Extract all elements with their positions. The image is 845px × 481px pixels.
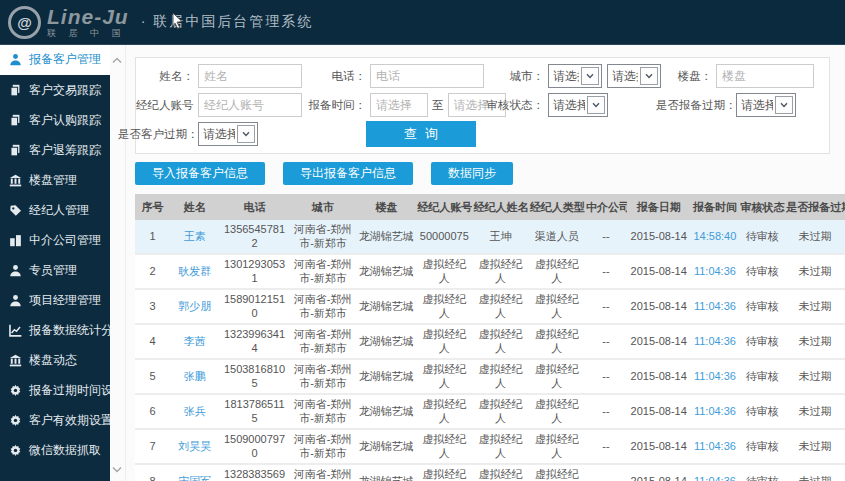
table-cell: 2015-08-14 <box>627 254 690 289</box>
phone-input[interactable] <box>370 64 484 88</box>
sidebar-item-6[interactable]: 经纪人管理 <box>0 195 110 225</box>
column-header: 是否报备过期 <box>785 194 845 220</box>
report-time-cell: 11:04:36 <box>690 324 739 359</box>
pages-icon <box>9 144 22 157</box>
table-row: 7刘昊昊15090007970河南省-郑州市-新郑市龙湖锦艺城虚拟经纪人虚拟经纪… <box>135 429 845 464</box>
table-cell: 龙湖锦艺城 <box>356 254 416 289</box>
column-header: 序号 <box>135 194 170 220</box>
column-header: 经纪人账号 <box>416 194 472 220</box>
table-row: 4李茜13239963414河南省-郑州市-新郑市龙湖锦艺城虚拟经纪人虚拟经纪人… <box>135 324 845 359</box>
building-input[interactable] <box>716 64 814 88</box>
table-cell: 未过期 <box>785 324 845 359</box>
customer-name-link[interactable]: 刘昊昊 <box>170 429 219 464</box>
sidebar-item-10[interactable]: 报备数据统计分析 <box>0 315 110 345</box>
table-row: 1王素13565457812河南省-郑州市-新郑市龙湖锦艺城50000075王坤… <box>135 220 845 254</box>
report-time-label: 报备时间： <box>302 98 370 113</box>
sidebar-item-4[interactable]: 客户退筹跟踪 <box>0 135 110 165</box>
customer-name-link[interactable]: 李茜 <box>170 324 219 359</box>
table-cell: 虚拟经纪人 <box>529 429 585 464</box>
table-cell: 龙湖锦艺城 <box>356 220 416 254</box>
sidebar-item-label: 客户认购跟踪 <box>29 112 101 129</box>
table-cell: 2015-08-14 <box>627 220 690 254</box>
table-cell: 15038168105 <box>219 359 289 394</box>
table-cell: 2015-08-14 <box>627 394 690 429</box>
table-row: 5张鹏15038168105河南省-郑州市-新郑市龙湖锦艺城虚拟经纪人虚拟经纪人… <box>135 359 845 394</box>
table-cell: 虚拟经纪人 <box>529 359 585 394</box>
sidebar-item-14[interactable]: 微信数据抓取 <box>0 435 110 465</box>
table-cell: 8 <box>135 464 170 481</box>
person-icon <box>9 53 22 66</box>
customer-name-link[interactable]: 耿发群 <box>170 254 219 289</box>
at-logo-icon: @ <box>8 6 41 39</box>
column-header: 中介公司 <box>585 194 627 220</box>
sidebar-item-7[interactable]: 中介公司管理 <box>0 225 110 255</box>
column-header: 城市 <box>290 194 357 220</box>
table-cell: 1 <box>135 220 170 254</box>
report-time-from-input[interactable] <box>370 93 428 117</box>
chevron-down-icon[interactable] <box>112 459 122 477</box>
sidebar-item-13[interactable]: 客户有效期设置 <box>0 405 110 435</box>
table-cell: 2015-08-14 <box>627 429 690 464</box>
sidebar-item-12[interactable]: 报备过期时间设置 <box>0 375 110 405</box>
column-header: 审核状态 <box>740 194 786 220</box>
table-cell: -- <box>585 254 627 289</box>
customer-name-link[interactable]: 张兵 <box>170 394 219 429</box>
table-cell: 虚拟经纪人 <box>416 359 472 394</box>
export-report-customers-button[interactable]: 导出报备客户信息 <box>283 162 413 185</box>
customer-name-link[interactable]: 郭少朋 <box>170 289 219 324</box>
table-cell: 15090007970 <box>219 429 289 464</box>
sidebar-item-5[interactable]: 楼盘管理 <box>0 165 110 195</box>
table-cell: 河南省-郑州市-新郑市 <box>290 254 357 289</box>
brand-name: Line-Ju <box>47 6 129 27</box>
table-body: 1王素13565457812河南省-郑州市-新郑市龙湖锦艺城50000075王坤… <box>135 220 845 481</box>
table-cell: 河南省-郑州市-新郑市 <box>290 324 357 359</box>
sidebar-item-3[interactable]: 客户认购跟踪 <box>0 105 110 135</box>
column-header: 经纪人类型 <box>529 194 585 220</box>
table-cell: 待审核 <box>740 220 786 254</box>
customer-name-link[interactable]: 张鹏 <box>170 359 219 394</box>
table-row: 3郭少朋15890121510河南省-郑州市-新郑市龙湖锦艺城虚拟经纪人虚拟经纪… <box>135 289 845 324</box>
person-icon <box>9 294 22 307</box>
city-province-select[interactable]: 请选择 <box>548 64 602 88</box>
table-cell: 2015-08-14 <box>627 464 690 481</box>
chevron-up-icon[interactable] <box>112 50 122 68</box>
customer-name-link[interactable]: 宋国军 <box>170 464 219 481</box>
column-header: 电话 <box>219 194 289 220</box>
sidebar-item-1[interactable]: 报备客户管理 <box>0 44 110 75</box>
table-cell: 虚拟经纪人 <box>472 394 528 429</box>
table-cell: 2015-08-14 <box>627 289 690 324</box>
sidebar-item-11[interactable]: 楼盘动态 <box>0 345 110 375</box>
table-cell: 待审核 <box>740 429 786 464</box>
to-label: 至 <box>432 98 444 113</box>
audit-status-label: 审核状态： <box>484 98 548 113</box>
city-city-select[interactable]: 请选择 <box>607 64 661 88</box>
audit-status-select[interactable]: 请选择 <box>548 93 608 117</box>
column-header: 报备时间 <box>690 194 739 220</box>
gear-icon <box>9 444 22 457</box>
sidebar-item-2[interactable]: 客户交易跟踪 <box>0 75 110 105</box>
table-cell: 3 <box>135 289 170 324</box>
customer-expired-select[interactable]: 请选择 <box>198 122 258 146</box>
sidebar-item-8[interactable]: 专员管理 <box>0 255 110 285</box>
report-time-cell: 11:04:36 <box>690 359 739 394</box>
data-sync-button[interactable]: 数据同步 <box>431 162 513 185</box>
table-cell: 4 <box>135 324 170 359</box>
sidebar-item-9[interactable]: 项目经理管理 <box>0 285 110 315</box>
sidebar-scrollbar[interactable] <box>110 44 126 481</box>
table-cell: 待审核 <box>740 324 786 359</box>
name-label: 姓名： <box>136 69 198 84</box>
sidebar-item-label: 楼盘管理 <box>29 172 77 189</box>
building-label: 楼盘： <box>656 69 716 84</box>
import-report-customers-button[interactable]: 导入报备客户信息 <box>135 162 265 185</box>
report-time-cell: 14:58:40 <box>690 220 739 254</box>
report-time-cell: 11:04:36 <box>690 254 739 289</box>
agent-account-input[interactable] <box>198 93 302 117</box>
table-cell: 2 <box>135 254 170 289</box>
report-expired-select[interactable]: 请选择 <box>736 93 796 117</box>
customer-name-link[interactable]: 王素 <box>170 220 219 254</box>
app-header: @ Line-Ju 联 居 中 国 · 联居中国后台管理系统 <box>0 0 845 45</box>
name-input[interactable] <box>198 64 302 88</box>
query-button[interactable]: 查询 <box>366 121 476 147</box>
audit-status-value: 请选择 <box>549 97 585 114</box>
city-label: 城市： <box>484 69 548 84</box>
